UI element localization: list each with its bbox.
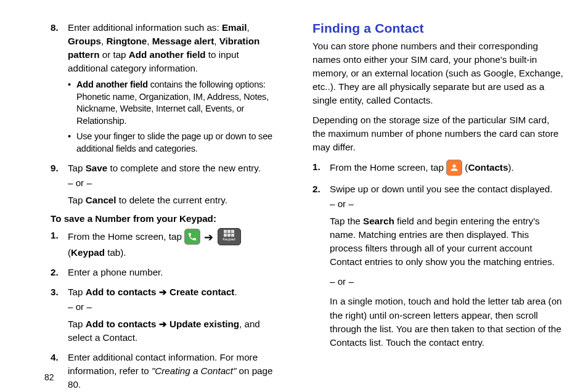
sub-bullet: Add another field contains the following… bbox=[68, 79, 276, 127]
text: From the Home screen, tap bbox=[330, 162, 446, 173]
subheading: To save a Number from your Keypad: bbox=[51, 213, 276, 224]
text: Enter additional information such as: bbox=[68, 22, 222, 33]
step-number: 8. bbox=[51, 21, 59, 35]
text: Tap bbox=[68, 287, 86, 297]
text: Swipe up or down until you see the conta… bbox=[330, 182, 563, 196]
or-divider: – or – bbox=[330, 197, 563, 211]
keypad-step-1: 1. From the Home screen, tap ➔ Keypad (K… bbox=[51, 229, 276, 259]
arrow-icon: ➔ bbox=[204, 229, 213, 245]
text-bold: Contacts bbox=[468, 162, 508, 173]
text: Tap bbox=[68, 195, 86, 205]
text-bold: Add another field bbox=[129, 49, 206, 60]
step-number: 1. bbox=[51, 229, 59, 242]
text: ). bbox=[508, 162, 513, 173]
text-bold: Save bbox=[86, 163, 107, 173]
step-number: 4. bbox=[51, 351, 59, 364]
find-step-2: 2. Swipe up or down until you see the co… bbox=[312, 182, 563, 349]
text: Tap bbox=[68, 319, 86, 329]
step-8: 8. Enter additional information such as:… bbox=[51, 21, 276, 155]
text-bold: Ringtone bbox=[106, 36, 147, 46]
phone-icon bbox=[184, 229, 200, 245]
step-number: 9. bbox=[51, 161, 59, 175]
keypad-icon: Keypad bbox=[218, 228, 241, 245]
text: to complete and store the new entry. bbox=[107, 163, 261, 173]
text: From the Home screen, tap bbox=[68, 231, 184, 242]
text: Use your finger to slide the page up or … bbox=[76, 131, 272, 153]
text: In a single motion, touch and hold the l… bbox=[330, 295, 563, 349]
or-divider: – or – bbox=[68, 300, 276, 314]
or-divider: – or – bbox=[330, 275, 563, 288]
section-title: Finding a Contact bbox=[312, 21, 563, 36]
text-italic: "Creating a Contact" bbox=[152, 365, 236, 376]
step-number: 1. bbox=[312, 160, 321, 174]
text-bold: Add to contacts ➔ Create contact bbox=[86, 287, 235, 297]
text-bold: Email bbox=[222, 22, 247, 33]
text-bold: Message alert bbox=[152, 36, 214, 46]
text: to delete the current entry. bbox=[116, 195, 227, 205]
step-number: 2. bbox=[51, 266, 59, 279]
paragraph: Depending on the storage size of the par… bbox=[312, 113, 563, 154]
text: , bbox=[214, 36, 219, 46]
keypad-step-3: 3. Tap Add to contacts ➔ Create contact.… bbox=[51, 285, 276, 345]
keypad-step-2: 2. Enter a phone number. bbox=[51, 266, 276, 279]
text-bold: Search bbox=[363, 216, 394, 226]
text: Enter a phone number. bbox=[68, 267, 163, 277]
sub-bullet: Use your finger to slide the page up or … bbox=[68, 131, 276, 155]
text: . bbox=[234, 287, 237, 297]
text-bold: Add another field bbox=[76, 80, 148, 89]
step-9: 9. Tap Save to complete and store the ne… bbox=[51, 161, 276, 207]
left-column: 8. Enter additional information such as:… bbox=[6, 21, 294, 386]
text: , bbox=[247, 22, 249, 33]
step-number: 2. bbox=[312, 182, 321, 196]
page-number: 82 bbox=[44, 372, 54, 382]
step-number: 3. bbox=[51, 285, 59, 299]
text: , bbox=[147, 36, 152, 46]
or-divider: – or – bbox=[68, 176, 276, 190]
text: Tap the bbox=[330, 216, 363, 226]
text: Tap bbox=[68, 163, 86, 173]
text-bold: Groups bbox=[68, 36, 101, 46]
text-bold: Keypad bbox=[71, 247, 105, 258]
text: tab). bbox=[105, 247, 126, 258]
text-bold: Cancel bbox=[86, 195, 116, 205]
text: or tap bbox=[99, 49, 128, 60]
right-column: Finding a Contact You can store phone nu… bbox=[294, 21, 582, 386]
paragraph: You can store phone numbers and their co… bbox=[312, 39, 563, 107]
find-step-1: 1. From the Home screen, tap (Contacts). bbox=[312, 160, 563, 176]
text-bold: Add to contacts ➔ Update existing bbox=[86, 319, 239, 329]
keypad-step-4: 4. Enter additional contact information.… bbox=[51, 351, 276, 391]
contacts-icon bbox=[446, 160, 462, 176]
keypad-icon-label: Keypad bbox=[218, 237, 240, 241]
